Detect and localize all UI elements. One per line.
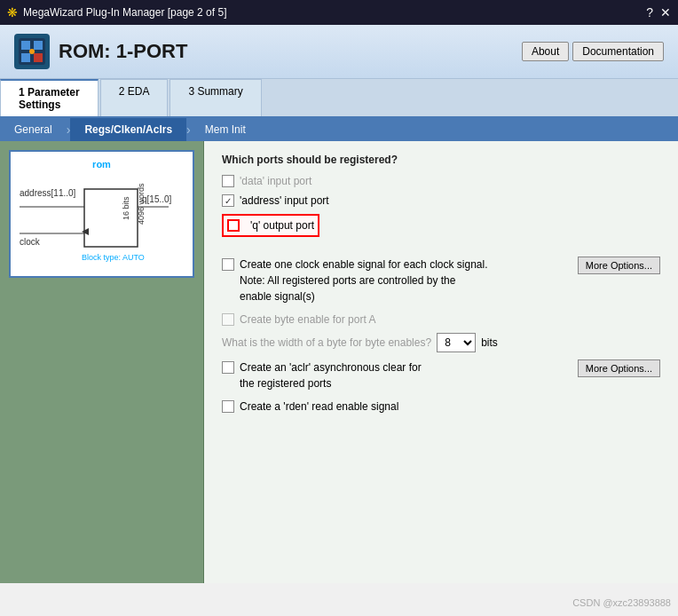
- svg-text:address[11..0]: address[11..0]: [20, 188, 76, 198]
- svg-rect-2: [34, 41, 43, 50]
- svg-text:Block type: AUTO: Block type: AUTO: [82, 253, 145, 262]
- q-output-row: 'q' output port: [222, 214, 319, 237]
- byte-enable-row: Create byte enable for port A: [222, 313, 660, 326]
- data-input-label: 'data' input port: [240, 175, 311, 187]
- aclr-checkbox[interactable]: [222, 361, 234, 374]
- documentation-button[interactable]: Documentation: [572, 42, 664, 61]
- section-title: Which ports should be registered?: [222, 154, 660, 166]
- more-options-button-1[interactable]: More Options...: [578, 257, 660, 274]
- rom-label: rom: [18, 159, 185, 170]
- title-bar-controls: ? ✕: [646, 5, 671, 20]
- about-button[interactable]: About: [522, 42, 569, 61]
- svg-text:clock: clock: [20, 237, 41, 247]
- byte-width-row: What is the width of a byte for byte ena…: [222, 333, 660, 352]
- aclr-section: Create an 'aclr' asynchronous clear fort…: [222, 359, 660, 391]
- subtab-general-label: General: [14, 123, 52, 136]
- diagram-svg: address[11..0] clock 16 bits 4096 words …: [18, 171, 185, 269]
- main-content: rom address[11..0] clock 16 bits 4096 wo…: [0, 141, 678, 583]
- svg-rect-4: [34, 53, 43, 62]
- app-logo: [14, 34, 50, 69]
- app-header: ROM: 1-PORT About Documentation: [0, 25, 678, 79]
- subtab-meminit[interactable]: Mem Init: [191, 118, 260, 141]
- wizard-tabs: 1 ParameterSettings 2 EDA 3 Summary: [0, 79, 678, 118]
- tab-eda[interactable]: 2 EDA: [100, 79, 169, 116]
- right-panel: Which ports should be registered? 'data'…: [204, 141, 678, 583]
- aclr-label: Create an 'aclr' asynchronous clear fort…: [240, 359, 422, 391]
- data-input-checkbox[interactable]: [222, 175, 234, 187]
- content-wrapper: rom address[11..0] clock 16 bits 4096 wo…: [0, 141, 678, 615]
- svg-point-5: [29, 49, 35, 54]
- data-input-row: 'data' input port: [222, 175, 660, 187]
- clock-enable-checkbox[interactable]: [222, 258, 234, 271]
- close-button[interactable]: ✕: [660, 5, 671, 20]
- clock-enable-section: Create one clock enable signal for each …: [222, 257, 660, 304]
- svg-rect-3: [21, 53, 30, 62]
- clock-enable-label: Create one clock enable signal for each …: [240, 257, 488, 304]
- app-title-group: ROM: 1-PORT: [14, 34, 187, 69]
- address-input-row: 'address' input port: [222, 194, 660, 207]
- subtab-meminit-label: Mem Init: [205, 123, 246, 136]
- title-bar-left: ❋ MegaWizard Plug-In Manager [page 2 of …: [7, 5, 226, 20]
- byte-width-unit: bits: [481, 336, 498, 349]
- byte-enable-checkbox[interactable]: [222, 313, 234, 326]
- sub-tabs: General › Regs/Clken/Aclrs › Mem Init: [0, 118, 678, 141]
- subtab-regs[interactable]: Regs/Clken/Aclrs: [70, 118, 186, 141]
- left-panel: rom address[11..0] clock 16 bits 4096 wo…: [0, 141, 204, 583]
- byte-width-select[interactable]: 8 4 16: [437, 333, 476, 352]
- title-bar: ❋ MegaWizard Plug-In Manager [page 2 of …: [0, 0, 678, 25]
- svg-text:16 bits: 16 bits: [122, 196, 130, 220]
- byte-width-label: What is the width of a byte for byte ena…: [222, 336, 431, 349]
- clock-enable-row: Create one clock enable signal for each …: [222, 257, 660, 304]
- more-options-button-2[interactable]: More Options...: [578, 359, 660, 377]
- subtab-regs-label: Regs/Clken/Aclrs: [84, 123, 172, 136]
- help-button[interactable]: ?: [646, 5, 653, 20]
- address-input-label: 'address' input port: [240, 194, 329, 207]
- svg-text:q[15..0]: q[15..0]: [142, 194, 172, 204]
- window-title: MegaWizard Plug-In Manager [page 2 of 5]: [23, 6, 226, 19]
- app-icon: ❋: [7, 5, 18, 20]
- q-output-label: 'q' output port: [250, 219, 314, 232]
- header-buttons: About Documentation: [522, 42, 664, 61]
- rden-label: Create a 'rden' read enable signal: [240, 400, 398, 413]
- byte-enable-label: Create byte enable for port A: [240, 313, 375, 326]
- rom-diagram: rom address[11..0] clock 16 bits 4096 wo…: [9, 150, 194, 278]
- watermark: CSDN @xzc23893888: [572, 597, 671, 608]
- rden-checkbox[interactable]: [222, 400, 234, 413]
- tab-parameter-settings[interactable]: 1 ParameterSettings: [0, 79, 99, 116]
- aclr-row: Create an 'aclr' asynchronous clear fort…: [222, 359, 660, 391]
- rden-row: Create a 'rden' read enable signal: [222, 400, 660, 413]
- app-name: ROM: 1-PORT: [59, 40, 187, 63]
- address-input-checkbox[interactable]: [222, 194, 234, 207]
- q-output-checkbox[interactable]: [227, 219, 240, 232]
- svg-rect-1: [21, 41, 30, 50]
- subtab-general[interactable]: General: [0, 118, 67, 141]
- tab-summary[interactable]: 3 Summary: [170, 79, 261, 116]
